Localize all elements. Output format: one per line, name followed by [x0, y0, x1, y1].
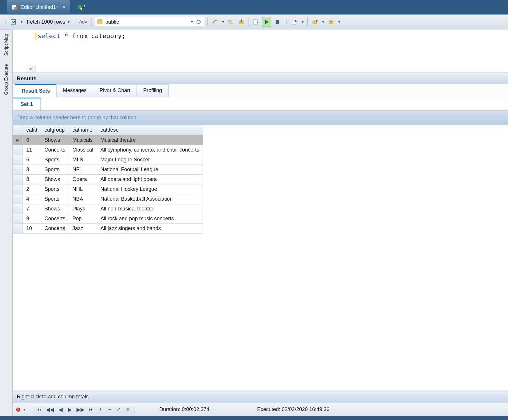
cell-catgroup[interactable]: Sports: [41, 184, 69, 194]
execute-to-file-button[interactable]: [252, 17, 260, 27]
column-header-catname[interactable]: catname: [69, 125, 97, 135]
scroll-left-button[interactable]: <: [26, 65, 36, 72]
cell-catgroup[interactable]: Shows: [41, 135, 69, 145]
schema-selector[interactable]: public ▼: [95, 17, 204, 27]
results-tab-pivot-chart[interactable]: Pivot & Chart: [93, 84, 137, 97]
import-button[interactable]: [237, 17, 246, 27]
cell-catgroup[interactable]: Shows: [41, 204, 69, 214]
cell-catname[interactable]: Classical: [69, 145, 97, 155]
cell-catid[interactable]: 7: [23, 204, 41, 214]
open-file-button[interactable]: [311, 17, 319, 27]
editor-tab-1[interactable]: Editor Untitled1* ×: [7, 0, 70, 14]
grid-scroll[interactable]: catidcatgroupcatnamecatdesc6ShowsMusical…: [13, 125, 508, 391]
cell-catdesc[interactable]: All non-musical theatre: [97, 204, 203, 214]
row-indicator[interactable]: [13, 175, 23, 184]
cell-catid[interactable]: 3: [23, 165, 41, 175]
record-icon[interactable]: [16, 408, 20, 412]
row-indicator[interactable]: [13, 145, 23, 155]
result-set-tab[interactable]: Set 1: [13, 98, 41, 111]
close-icon[interactable]: ×: [63, 4, 66, 10]
nav-add-button[interactable]: +: [96, 406, 105, 413]
dropdown-icon[interactable]: ▼: [300, 20, 305, 24]
nav-next-button[interactable]: ▶: [66, 406, 74, 413]
cell-catid[interactable]: 6: [23, 135, 41, 145]
table-row[interactable]: 3SportsNFLNational Football League: [13, 165, 203, 175]
results-tab-profiling[interactable]: Profiling: [137, 84, 169, 97]
row-indicator[interactable]: [13, 204, 23, 214]
nav-prevpage-button[interactable]: ◀◀: [44, 406, 56, 413]
table-row[interactable]: 2SportsNHLNational Hockey League: [13, 184, 203, 194]
cell-catname[interactable]: Pop: [69, 214, 97, 224]
cell-catdesc[interactable]: All rock and pop music concerts: [97, 214, 203, 224]
row-indicator[interactable]: [13, 165, 23, 175]
dropdown-icon[interactable]: ▼: [19, 20, 23, 24]
row-indicator[interactable]: [13, 184, 23, 194]
nav-commit-button[interactable]: ✓: [115, 406, 123, 413]
fetch-rows-dropdown[interactable]: Fetch 1000 rows ▼: [25, 19, 72, 25]
table-row[interactable]: 6ShowsMusicalsMusical theatre: [13, 135, 203, 145]
cell-catdesc[interactable]: National Hockey League: [97, 184, 203, 194]
cell-catname[interactable]: Musicals: [69, 135, 97, 145]
column-header-catid[interactable]: catid: [23, 125, 41, 135]
column-header-catgroup[interactable]: catgroup: [41, 125, 69, 135]
cell-catname[interactable]: NHL: [69, 184, 97, 194]
cell-catname[interactable]: NFL: [69, 165, 97, 175]
row-indicator[interactable]: [13, 194, 23, 204]
table-row[interactable]: 10ConcertsJazzAll jazz singers and bands: [13, 224, 203, 234]
cell-catgroup[interactable]: Sports: [41, 165, 69, 175]
cell-catdesc[interactable]: All jazz singers and bands: [97, 224, 203, 234]
nav-prev-button[interactable]: ◀: [56, 406, 65, 413]
dropdown-icon[interactable]: ▼: [22, 408, 26, 412]
cell-catgroup[interactable]: Sports: [41, 194, 69, 204]
cell-catdesc[interactable]: All symphony, concerto, and choir concer…: [97, 145, 203, 155]
cell-catid[interactable]: 2: [23, 184, 41, 194]
stop-button[interactable]: [273, 17, 282, 27]
cell-catname[interactable]: NBA: [69, 194, 97, 204]
nav-first-button[interactable]: ⏮: [35, 406, 44, 413]
cell-catid[interactable]: 11: [23, 145, 41, 155]
cell-catid[interactable]: 4: [23, 194, 41, 204]
dropdown-icon[interactable]: ▼: [321, 20, 325, 24]
row-indicator[interactable]: [13, 214, 23, 224]
cell-catgroup[interactable]: Sports: [41, 155, 69, 165]
export-button[interactable]: [290, 17, 299, 27]
refresh-icon[interactable]: [196, 19, 201, 25]
table-row[interactable]: 7ShowsPlaysAll non-musical theatre: [13, 204, 203, 214]
cell-catdesc[interactable]: National Basketball Association: [97, 194, 203, 204]
side-tab-script-map[interactable]: Script Map: [2, 29, 11, 60]
editor-tab-2[interactable]: *: [75, 0, 87, 14]
cell-catname[interactable]: MLS: [69, 155, 97, 165]
cell-catgroup[interactable]: Concerts: [41, 224, 69, 234]
dropdown-icon[interactable]: ▼: [337, 20, 341, 24]
results-tab-messages[interactable]: Messages: [56, 84, 93, 97]
cell-catid[interactable]: 8: [23, 175, 41, 184]
column-header-catdesc[interactable]: catdesc: [97, 125, 203, 135]
cell-catdesc[interactable]: Musical theatre: [97, 135, 203, 145]
cell-catid[interactable]: 10: [23, 224, 41, 234]
format-button[interactable]: [210, 17, 219, 27]
variables-button[interactable]: (x)=: [78, 17, 89, 27]
cell-catid[interactable]: 5: [23, 155, 41, 165]
save-file-button[interactable]: [327, 17, 335, 27]
row-indicator[interactable]: [13, 224, 23, 234]
cell-catdesc[interactable]: National Football League: [97, 165, 203, 175]
table-row[interactable]: 9ConcertsPopAll rock and pop music conce…: [13, 214, 203, 224]
row-indicator[interactable]: [13, 135, 23, 145]
sql-recall-button[interactable]: SQL: [227, 17, 235, 27]
nav-last-button[interactable]: ⏭: [87, 406, 96, 413]
execute-button[interactable]: [262, 17, 271, 27]
cell-catgroup[interactable]: Concerts: [41, 145, 69, 155]
describe-button[interactable]: [9, 17, 18, 27]
table-row[interactable]: 4SportsNBANational Basketball Associatio…: [13, 194, 203, 204]
cell-catdesc[interactable]: All opera and light opera: [97, 175, 203, 184]
side-tab-group-execute[interactable]: Group Execute: [2, 60, 11, 99]
cell-catname[interactable]: Opera: [69, 175, 97, 184]
table-row[interactable]: 5SportsMLSMajor League Soccer: [13, 155, 203, 165]
cell-catdesc[interactable]: Major League Soccer: [97, 155, 203, 165]
row-indicator[interactable]: [13, 155, 23, 165]
dropdown-icon[interactable]: ▼: [221, 20, 225, 24]
cell-catname[interactable]: Jazz: [69, 224, 97, 234]
cell-catid[interactable]: 9: [23, 214, 41, 224]
nav-nextpage-button[interactable]: ▶▶: [75, 406, 86, 413]
cell-catname[interactable]: Plays: [69, 204, 97, 214]
